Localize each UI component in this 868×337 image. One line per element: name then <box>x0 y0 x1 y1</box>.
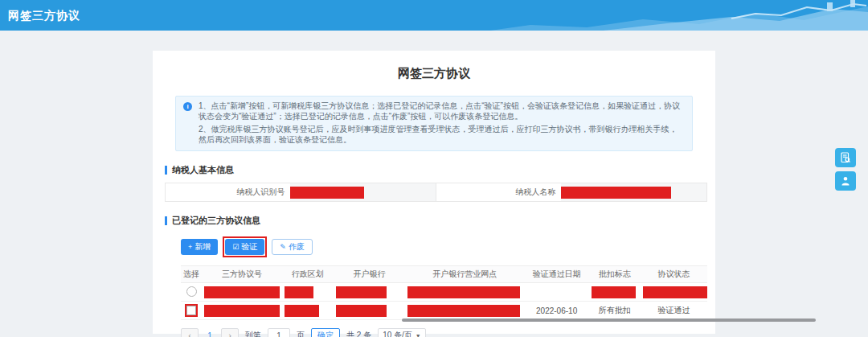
notice-line-2: 2、做完税库银三方协议账号登记后，应及时到事项进度管理查看受理状态，受理通过后，… <box>199 125 682 145</box>
caret-down-icon: ▼ <box>416 333 421 337</box>
taxpayer-name-label: 纳税人名称 <box>436 187 561 198</box>
page-title: 网签三方协议 <box>153 51 715 81</box>
taxpayer-name-value <box>561 183 706 201</box>
great-wall-decoration <box>490 0 868 31</box>
current-page[interactable]: 1 <box>205 331 215 337</box>
col-header-region: 行政区划 <box>282 266 334 283</box>
toolbar: + 新增 ☑ 验证 ✎ 作废 <box>181 236 703 257</box>
plus-icon: + <box>188 244 192 251</box>
row2-deduct-flag: 所有批扣 <box>589 302 641 320</box>
redacted-cell <box>407 305 520 317</box>
pagination: ‹ 1 › 到第 页 确定 共 2 条 10 条/页 ▼ <box>181 328 703 337</box>
redacted-cell <box>592 286 636 298</box>
taxpayer-id-value <box>290 183 436 201</box>
pencil-icon: ✎ <box>280 244 286 251</box>
notice-box: i 1、点击“新增”按钮，可新增税库银三方协议信息；选择已登记的记录信息，点击“… <box>175 96 693 151</box>
page-size-select[interactable]: 10 条/页 ▼ <box>378 328 426 337</box>
col-header-status: 协议状态 <box>641 266 707 283</box>
redacted-taxpayer-id <box>290 187 364 199</box>
col-header-bank-branch: 开户银行营业网点 <box>405 266 525 283</box>
redacted-cell <box>643 286 707 298</box>
table-row-2[interactable]: 2022-06-10 所有批扣 验证通过 <box>181 302 707 320</box>
floating-toolbar <box>835 148 856 191</box>
table-row-1[interactable] <box>181 283 707 302</box>
total-count: 共 2 条 <box>346 330 371 337</box>
prev-page-button[interactable]: ‹ <box>181 328 199 337</box>
chevron-left-icon: ‹ <box>188 331 191 337</box>
redacted-taxpayer-name <box>561 187 671 199</box>
col-header-select: 选择 <box>181 266 202 283</box>
person-icon <box>839 175 852 187</box>
taxpayer-name-cell: 纳税人名称 <box>436 183 706 201</box>
notice-line-1: 1、点击“新增”按钮，可新增税库银三方协议信息；选择已登记的记录信息，点击“验证… <box>199 101 682 121</box>
col-header-agreement-no: 三方协议号 <box>202 266 282 283</box>
void-button-label: 作废 <box>289 241 305 253</box>
redacted-cell <box>204 305 280 317</box>
add-button[interactable]: + 新增 <box>181 239 218 255</box>
col-header-verify-date: 验证通过日期 <box>525 266 589 283</box>
next-page-button[interactable]: › <box>221 328 239 337</box>
col-header-bank: 开户银行 <box>334 266 405 283</box>
horizontal-scrollbar[interactable] <box>402 319 816 322</box>
verify-button-label: 验证 <box>241 241 257 253</box>
col-header-deduct-flag: 批扣标志 <box>589 266 641 283</box>
confirm-page-button[interactable]: 确定 <box>311 328 340 337</box>
goto-page-input[interactable] <box>268 328 290 337</box>
table-header-row: 选择 三方协议号 行政区划 开户银行 开户银行营业网点 验证通过日期 批扣标志 … <box>181 266 707 283</box>
agreements-table: 选择 三方协议号 行政区划 开户银行 开户银行营业网点 验证通过日期 批扣标志 … <box>181 265 707 320</box>
section-registered-agreements: 已登记的三方协议信息 <box>165 215 703 227</box>
taxpayer-id-label: 纳税人识别号 <box>166 187 290 198</box>
goto-label: 到第 <box>245 330 261 337</box>
main-panel: 网签三方协议 i 1、点击“新增”按钮，可新增税库银三方协议信息；选择已登记的记… <box>153 51 715 334</box>
page-unit-label: 页 <box>297 330 305 337</box>
add-button-label: 新增 <box>194 241 211 253</box>
section-bar <box>165 216 167 225</box>
row2-checkbox[interactable] <box>186 306 196 315</box>
verify-button[interactable]: ☑ 验证 <box>225 239 264 255</box>
section-agreements-title: 已登记的三方协议信息 <box>172 215 260 227</box>
redacted-cell <box>336 286 387 298</box>
document-search-icon <box>839 151 852 164</box>
void-button[interactable]: ✎ 作废 <box>272 239 313 255</box>
document-search-fab[interactable] <box>835 148 856 167</box>
row1-verify-date <box>525 283 589 302</box>
redacted-cell <box>204 286 280 298</box>
section-bar <box>165 166 167 175</box>
redacted-cell <box>407 286 520 298</box>
app-header: 网签三方协议 <box>0 0 868 31</box>
verify-check-icon: ☑ <box>232 244 239 251</box>
chevron-right-icon: › <box>228 331 231 337</box>
row2-verify-date: 2022-06-10 <box>525 302 589 320</box>
section-taxpayer-info: 纳税人基本信息 <box>165 164 703 176</box>
row1-radio[interactable] <box>186 286 197 297</box>
redacted-cell <box>285 286 314 298</box>
redacted-cell <box>336 305 387 317</box>
app-header-title: 网签三方协议 <box>8 0 80 31</box>
section-taxpayer-title: 纳税人基本信息 <box>172 164 234 176</box>
taxpayer-id-cell: 纳税人识别号 <box>166 183 436 201</box>
info-icon: i <box>183 102 192 111</box>
redacted-cell <box>285 305 319 317</box>
verify-highlight-annotation: ☑ 验证 <box>223 236 267 257</box>
row2-status: 验证通过 <box>641 302 707 320</box>
page-size-value: 10 条/页 <box>383 330 412 337</box>
user-guide-fab[interactable] <box>835 171 856 191</box>
checkbox-highlight-annotation <box>185 304 198 317</box>
taxpayer-info-row: 纳税人识别号 纳税人名称 <box>165 183 707 202</box>
